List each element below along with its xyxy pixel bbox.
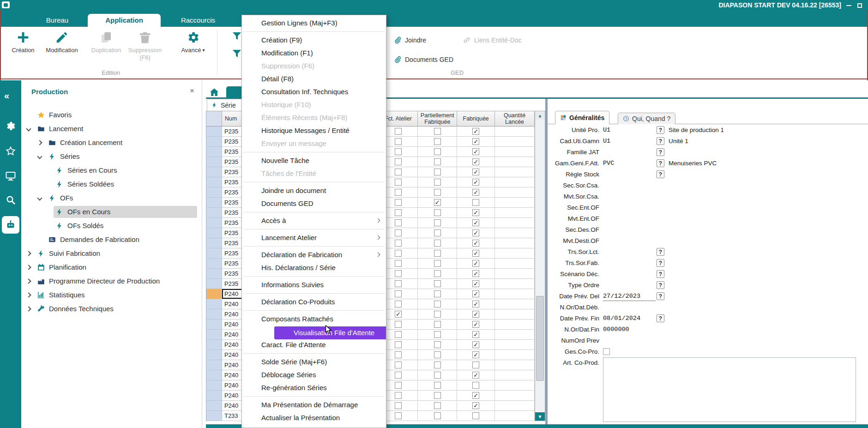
tree-item-series[interactable]: Séries <box>21 150 202 163</box>
atelier-checkbox[interactable] <box>395 250 402 257</box>
fab-checkbox[interactable]: ✓ <box>472 189 479 196</box>
fab-checkbox[interactable]: ✓ <box>472 290 479 297</box>
partial-checkbox[interactable] <box>434 412 441 419</box>
tree-expander-icon[interactable] <box>26 265 31 270</box>
tree-item-series-en-cours[interactable]: Séries en Cours <box>21 163 202 177</box>
tree-expander-icon[interactable] <box>37 140 42 145</box>
menu-item-declaration-co-produits[interactable]: Déclaration Co-Produits <box>242 295 386 308</box>
row-selector-cell[interactable] <box>206 177 222 187</box>
tree-item-ofs[interactable]: OFs <box>21 191 202 205</box>
partial-checkbox[interactable] <box>434 402 441 409</box>
atelier-checkbox[interactable] <box>395 169 402 175</box>
atelier-checkbox[interactable] <box>395 179 402 186</box>
menu-item-lancement-atelier[interactable]: Lancement Atelier <box>242 231 386 244</box>
fab-checkbox[interactable]: ✓ <box>472 240 479 247</box>
lookup-button[interactable]: ? <box>657 248 664 256</box>
production-robot-button[interactable] <box>2 216 19 234</box>
atelier-checkbox[interactable] <box>395 138 402 145</box>
tree-expander-icon[interactable] <box>37 154 42 159</box>
fab-checkbox[interactable]: ✓ <box>472 270 479 277</box>
menu-item-modification-f1[interactable]: Modification (F1) <box>242 47 386 60</box>
fab-checkbox[interactable]: ✓ <box>472 169 479 175</box>
atelier-checkbox[interactable] <box>395 199 402 206</box>
tree-item-demandes-de-fabrication[interactable]: Demandes de Fabrication <box>21 233 202 247</box>
partial-checkbox[interactable] <box>434 382 441 389</box>
row-selector-cell[interactable] <box>206 319 222 330</box>
joindre-button[interactable]: Joindre <box>393 36 426 44</box>
fab-checkbox[interactable]: ✓ <box>472 392 479 399</box>
tree-item-favoris[interactable]: Favoris <box>21 108 202 122</box>
fab-checkbox[interactable]: ✓ <box>472 229 479 236</box>
column-header-partiellement-fabriquee[interactable]: Partiellement Fabriquée <box>418 111 457 127</box>
atelier-checkbox[interactable] <box>395 412 402 419</box>
atelier-checkbox[interactable] <box>395 219 402 226</box>
ribbon-tab-raccourcis[interactable]: Raccourcis <box>163 14 233 27</box>
menu-item-creation-f9[interactable]: Création (F9) <box>242 34 386 47</box>
scrollbar-thumb[interactable] <box>536 296 544 381</box>
row-selector-cell[interactable] <box>206 370 222 380</box>
menu-item-actualiser-la-presentation[interactable]: Actualiser la Présentation <box>242 411 386 424</box>
lookup-button[interactable]: ? <box>657 148 664 156</box>
menu-item-detail-f8[interactable]: Détail (F8) <box>242 72 386 85</box>
menu-item-joindre-un-document[interactable]: Joindre un document <box>242 184 386 197</box>
partial-checkbox[interactable] <box>434 260 441 267</box>
fab-checkbox[interactable]: ✓ <box>472 209 479 216</box>
row-selector-cell[interactable] <box>206 330 222 340</box>
atelier-checkbox[interactable] <box>395 229 402 236</box>
tree-item-lancement[interactable]: Lancement <box>21 122 202 136</box>
fab-checkbox[interactable]: ✓ <box>472 311 479 318</box>
column-header-quantite-lancee[interactable]: Quantité Lancée <box>495 111 535 127</box>
desktop-button[interactable] <box>2 167 19 185</box>
menu-item-caract-file-d-attente[interactable]: Caract. File d'Attente <box>242 338 386 351</box>
fab-checkbox[interactable]: ✓ <box>472 128 479 135</box>
atelier-checkbox[interactable] <box>395 382 402 389</box>
row-selector-cell[interactable] <box>206 411 222 421</box>
lookup-button[interactable]: ? <box>657 159 664 167</box>
minimize-button[interactable] <box>844 2 853 9</box>
partial-checkbox[interactable] <box>434 311 441 318</box>
row-selector-cell[interactable] <box>206 127 222 137</box>
partial-checkbox[interactable] <box>434 219 441 226</box>
lookup-button[interactable]: ? <box>657 281 664 289</box>
tree-item-suivi-fabrication[interactable]: Suivi Fabrication <box>21 247 202 260</box>
maximize-button[interactable] <box>855 2 864 9</box>
menu-item-historique-messages-entite[interactable]: Historique Messages / Entité <box>242 124 386 137</box>
menu-item-his-declarations-serie[interactable]: His. Déclarations / Série <box>242 261 386 274</box>
row-selector-cell[interactable] <box>206 350 222 360</box>
fab-checkbox[interactable]: ✓ <box>472 341 479 348</box>
lookup-button[interactable]: ? <box>657 314 664 322</box>
partial-checkbox[interactable] <box>434 158 441 165</box>
partial-checkbox[interactable] <box>434 179 441 186</box>
menu-item-nouvelle-tache[interactable]: Nouvelle Tâche <box>242 154 386 167</box>
menu-item-documents-ged[interactable]: Documents GED <box>242 197 386 210</box>
column-header-fabriquee[interactable]: Fabriquée <box>457 111 495 127</box>
search-button[interactable] <box>2 191 19 209</box>
fab-checkbox[interactable]: ✓ <box>472 148 479 155</box>
tree-item-creation-lancement[interactable]: Création Lancement <box>21 136 202 150</box>
row-selector-cell[interactable] <box>206 218 222 228</box>
menu-item-consultation-inf-techniques[interactable]: Consultation Inf. Techniques <box>242 85 386 98</box>
fab-checkbox[interactable]: ✓ <box>472 331 479 338</box>
fab-checkbox[interactable] <box>472 199 479 206</box>
atelier-checkbox[interactable] <box>395 301 402 307</box>
atelier-checkbox[interactable] <box>395 321 402 328</box>
lookup-button[interactable]: ? <box>657 292 664 300</box>
field-value[interactable]: PVC <box>603 160 614 167</box>
partial-checkbox[interactable] <box>434 280 441 287</box>
partial-checkbox[interactable] <box>434 148 441 155</box>
fab-checkbox[interactable]: ✓ <box>472 219 479 226</box>
row-selector-cell[interactable] <box>206 167 222 177</box>
partial-checkbox[interactable] <box>434 321 441 328</box>
menu-item-composants-rattaches[interactable]: Composants Rattachés <box>242 313 386 326</box>
fab-checkbox[interactable]: ✓ <box>472 138 479 145</box>
menu-item-ma-presentation-de-demarrage[interactable]: Ma Présentation de Démarrage <box>242 398 386 411</box>
menu-item-presentations[interactable]: Présentations <box>242 424 386 428</box>
fab-checkbox[interactable]: ✓ <box>472 402 479 409</box>
atelier-checkbox[interactable] <box>395 209 402 216</box>
atelier-checkbox[interactable] <box>395 372 402 379</box>
tree-item-planification[interactable]: Planification <box>21 260 202 274</box>
fab-checkbox[interactable]: ✓ <box>472 260 479 267</box>
row-selector-cell[interactable] <box>206 157 222 167</box>
partial-checkbox[interactable] <box>434 270 441 277</box>
partial-checkbox[interactable] <box>434 240 441 247</box>
